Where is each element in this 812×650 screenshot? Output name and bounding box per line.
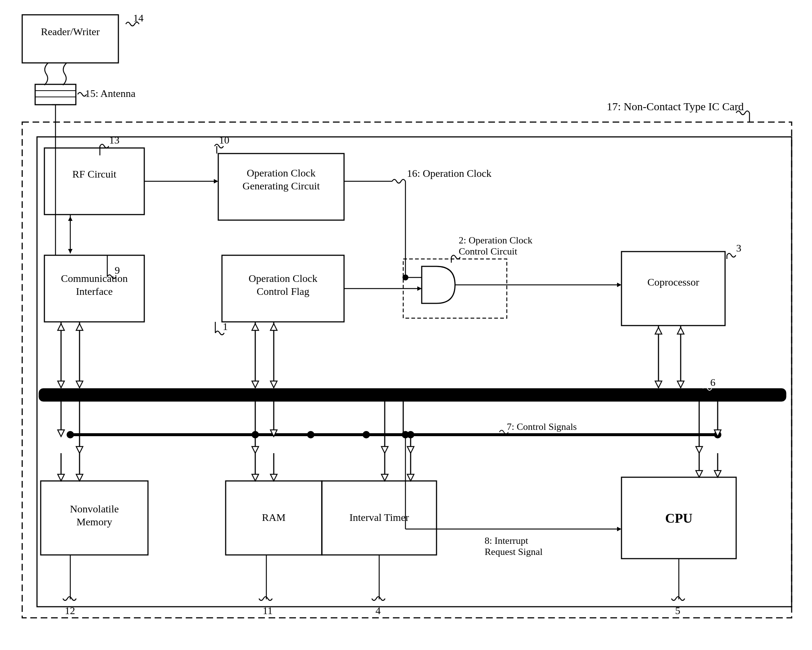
op-clock-ctrl-label2: Control Circuit: [459, 246, 517, 257]
svg-marker-20: [417, 286, 422, 291]
num-5-label: 5: [675, 605, 680, 616]
op-clock-gen-label2: Generating Circuit: [242, 180, 320, 192]
coprocessor-box: [621, 252, 725, 325]
svg-marker-9: [214, 179, 218, 183]
num-13-label: 13: [109, 134, 119, 146]
num-3-label: 3: [736, 242, 741, 254]
svg-marker-27: [58, 324, 64, 330]
svg-marker-82: [714, 471, 721, 477]
nonvolatile-memory-label1: Nonvolatile: [70, 503, 119, 514]
nonvolatile-memory-label2: Memory: [76, 516, 112, 528]
svg-point-47: [363, 431, 370, 438]
op-clock-gen-label1: Operation Clock: [247, 167, 316, 179]
svg-marker-51: [58, 430, 64, 436]
svg-marker-28: [58, 381, 64, 388]
num-10-label: 10: [219, 134, 229, 146]
inner-boundary: [37, 137, 792, 607]
control-signals-label: 7: Control Signals: [507, 421, 577, 432]
antenna-box: [35, 84, 76, 105]
svg-marker-37: [270, 381, 277, 388]
svg-marker-64: [696, 447, 702, 453]
num-6-label: 6: [710, 377, 716, 388]
data-bus-label: Data Bus: [665, 390, 703, 402]
svg-marker-80: [696, 471, 702, 477]
num-9-label: 9: [114, 264, 120, 276]
svg-marker-16: [68, 249, 73, 253]
op-clock-label: 16: Operation Clock: [407, 168, 491, 179]
svg-marker-62: [407, 447, 414, 453]
interval-timer-label: Interval Timer: [350, 512, 409, 523]
ic-card-label: 17: Non-Contact Type IC Card: [607, 100, 744, 113]
svg-point-44: [67, 431, 74, 438]
svg-marker-40: [655, 381, 662, 388]
reader-writer-box: [22, 15, 118, 63]
reader-writer-label: Reader/Writer: [41, 26, 100, 37]
rf-circuit-label: RF Circuit: [72, 168, 116, 180]
interrupt-signal-label2: Request Signal: [485, 546, 543, 557]
op-clock-flag-label2: Control Flag: [257, 285, 309, 297]
svg-marker-25: [617, 283, 621, 287]
num-11-label: 11: [263, 605, 273, 616]
num-1-label: 1: [223, 321, 228, 332]
svg-marker-68: [58, 474, 64, 481]
ic-card-boundary: [22, 122, 792, 618]
interrupt-signal-label1: 8: Interrupt: [485, 535, 528, 546]
cpu-label: CPU: [665, 511, 693, 526]
svg-marker-36: [270, 324, 277, 330]
svg-marker-53: [76, 447, 83, 453]
svg-marker-43: [677, 381, 684, 388]
diagram-container: 17: Non-Contact Type IC Card Reader/Writ…: [0, 0, 812, 650]
svg-marker-30: [76, 324, 83, 330]
rf-circuit-box: [44, 148, 144, 215]
ram-label: RAM: [262, 512, 285, 523]
svg-marker-72: [252, 474, 259, 481]
svg-marker-42: [677, 327, 684, 334]
svg-marker-78: [407, 474, 414, 481]
svg-marker-55: [252, 447, 259, 453]
svg-marker-15: [68, 217, 73, 221]
op-clock-flag-label1: Operation Clock: [249, 273, 317, 284]
and-gate: [422, 266, 455, 304]
svg-marker-31: [76, 381, 83, 388]
svg-marker-76: [382, 474, 388, 481]
svg-point-46: [307, 431, 314, 438]
svg-marker-59: [382, 447, 388, 453]
svg-marker-34: [252, 381, 259, 388]
num-14-label: 14: [133, 12, 143, 24]
antenna-label: 15: Antenna: [85, 88, 136, 99]
svg-marker-39: [655, 327, 662, 334]
svg-marker-33: [252, 324, 259, 330]
op-clock-ctrl-label1: 2: Operation Clock: [459, 235, 532, 246]
coprocessor-label: Coprocessor: [647, 276, 699, 288]
svg-marker-70: [76, 474, 83, 481]
svg-marker-74: [270, 474, 277, 481]
num-4-label: 4: [375, 605, 381, 616]
comm-interface-label2: Interface: [76, 285, 113, 297]
svg-marker-84: [617, 527, 621, 531]
num-12-label: 12: [65, 605, 75, 616]
